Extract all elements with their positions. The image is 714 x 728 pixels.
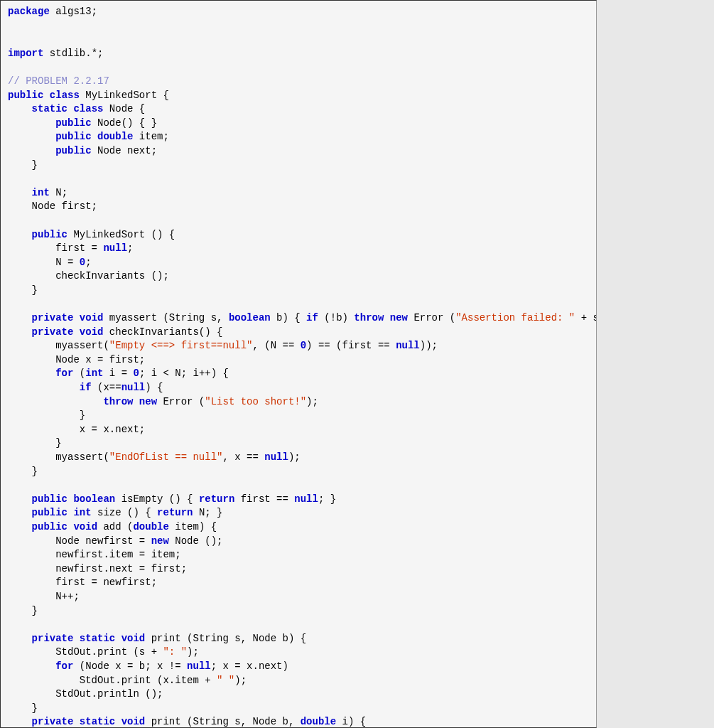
code-line: myassert("EndOfList == null", x == null)… bbox=[8, 451, 589, 465]
code-line bbox=[8, 19, 589, 33]
code-token: "List too short!" bbox=[205, 396, 306, 407]
code-line: x = x.next; bbox=[8, 423, 589, 437]
code-token: N = bbox=[8, 257, 80, 268]
code-token: newfirst.next = first; bbox=[8, 563, 187, 574]
code-token: null bbox=[294, 493, 318, 505]
code-token: new bbox=[390, 312, 408, 323]
code-token: item) { bbox=[169, 521, 217, 532]
code-token: ) == (first == bbox=[306, 340, 396, 351]
code-token: Node (); bbox=[169, 535, 223, 547]
code-token: public bbox=[55, 131, 91, 142]
code-token: public bbox=[32, 229, 67, 240]
code-token: ); bbox=[187, 646, 199, 658]
code-token: ( bbox=[73, 368, 85, 379]
code-token: stdlib.*; bbox=[43, 48, 103, 59]
code-token bbox=[43, 90, 49, 101]
code-line: public class MyLinkedSort { bbox=[8, 89, 589, 103]
code-token: ; bbox=[127, 242, 133, 254]
code-token bbox=[8, 396, 103, 407]
code-line: myassert("Empty <==> first==null", (N ==… bbox=[8, 339, 589, 353]
code-token bbox=[8, 326, 32, 338]
code-token bbox=[8, 382, 80, 393]
code-token: ; bbox=[85, 257, 91, 268]
code-token: first = bbox=[8, 242, 103, 254]
code-token: } bbox=[8, 410, 85, 421]
code-token: return bbox=[157, 507, 193, 518]
code-token: ; i < N; i++) { bbox=[139, 368, 229, 379]
code-token: void bbox=[121, 633, 146, 644]
code-token: public bbox=[32, 493, 67, 505]
code-line bbox=[8, 618, 589, 632]
code-line: public int size () { return N; } bbox=[8, 506, 589, 520]
code-token: boolean bbox=[73, 493, 115, 505]
code-token: void bbox=[80, 326, 104, 338]
code-token bbox=[8, 312, 32, 323]
code-token: throw bbox=[103, 396, 133, 407]
code-token: } bbox=[8, 159, 38, 171]
code-token: i = bbox=[103, 368, 133, 379]
code-token: throw bbox=[354, 312, 384, 323]
code-token bbox=[115, 716, 121, 727]
code-line: } bbox=[8, 409, 589, 423]
code-token: private bbox=[32, 633, 74, 644]
code-line: } bbox=[8, 284, 589, 298]
code-token: Node first; bbox=[8, 200, 97, 212]
code-token: for bbox=[55, 660, 73, 672]
code-token bbox=[8, 507, 32, 518]
code-token: null bbox=[396, 340, 420, 351]
code-token bbox=[115, 633, 121, 644]
code-line bbox=[8, 60, 589, 75]
code-token: public bbox=[55, 145, 91, 156]
code-token: "EndOfList == null" bbox=[109, 451, 223, 463]
code-token: // PROBLEM 2.2.17 bbox=[8, 75, 109, 87]
code-token: , x == bbox=[222, 451, 264, 463]
code-token bbox=[8, 633, 32, 644]
code-token bbox=[92, 131, 97, 142]
code-line: private void myassert (String s, boolean… bbox=[8, 311, 589, 326]
code-token: double bbox=[301, 716, 336, 727]
code-editor-pane[interactable]: package algs13; import stdlib.*; // PROB… bbox=[0, 0, 597, 728]
code-token bbox=[8, 368, 55, 379]
code-token: item; bbox=[133, 131, 168, 142]
code-token bbox=[8, 716, 32, 727]
code-token: size () { bbox=[92, 507, 157, 518]
code-line: } bbox=[8, 437, 589, 451]
code-token: (!b) bbox=[318, 312, 354, 323]
code-token: } bbox=[8, 466, 38, 477]
code-token: N; } bbox=[193, 507, 223, 518]
code-token: (x== bbox=[92, 382, 121, 393]
code-token: void bbox=[121, 716, 146, 727]
code-token: N; bbox=[50, 187, 67, 198]
code-line: public MyLinkedSort () { bbox=[8, 228, 589, 242]
code-token bbox=[73, 716, 79, 727]
code-token: add ( bbox=[97, 521, 133, 532]
code-token: null bbox=[103, 242, 127, 254]
code-token: } bbox=[8, 437, 62, 449]
code-token: public bbox=[8, 90, 43, 101]
code-token: myassert (String s, bbox=[103, 312, 228, 323]
code-token bbox=[133, 396, 139, 407]
code-token: private bbox=[32, 326, 74, 338]
code-token: if bbox=[80, 382, 92, 393]
code-line: Node x = first; bbox=[8, 353, 589, 368]
code-token: (Node x = b; x != bbox=[73, 660, 187, 672]
code-token: Node() { } bbox=[92, 117, 157, 129]
code-token: import bbox=[8, 48, 43, 59]
code-token: N++; bbox=[8, 591, 80, 602]
code-line: public Node next; bbox=[8, 144, 589, 159]
code-token bbox=[8, 103, 32, 114]
code-token: ; } bbox=[318, 493, 336, 505]
code-token: double bbox=[133, 521, 168, 532]
code-token: StdOut.print (s + bbox=[8, 646, 163, 658]
code-token: )); bbox=[420, 340, 438, 351]
code-line: newfirst.item = item; bbox=[8, 548, 589, 562]
code-token: StdOut.println (); bbox=[8, 688, 163, 700]
code-token: algs13; bbox=[50, 6, 97, 17]
code-token: public bbox=[32, 507, 67, 518]
code-token: Error ( bbox=[408, 312, 455, 323]
code-token bbox=[8, 145, 55, 156]
code-line bbox=[8, 214, 589, 228]
code-token bbox=[73, 326, 79, 338]
code-token: , (N == bbox=[252, 340, 300, 351]
code-token: private bbox=[32, 312, 74, 323]
